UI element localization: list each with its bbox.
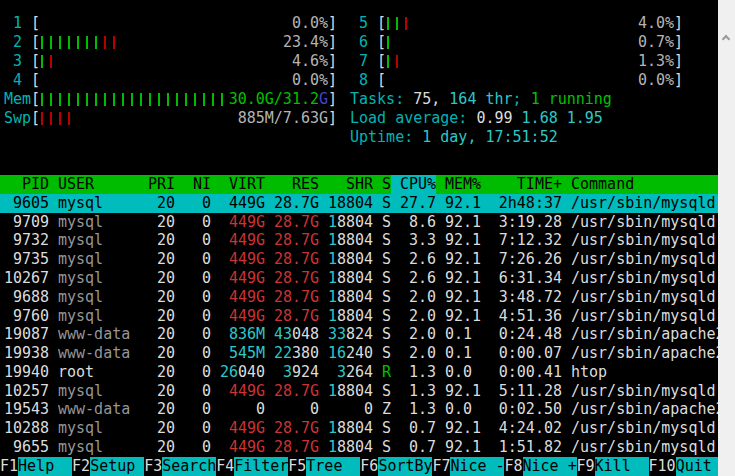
meter-open-bracket: [ xyxy=(31,33,40,52)
fnkey-f3-search[interactable]: F3Search xyxy=(144,457,216,476)
column-header-s[interactable]: S xyxy=(382,175,391,194)
fnkey-number: F4 xyxy=(216,457,234,476)
fnkey-label: Kill xyxy=(595,457,649,476)
process-row-19938[interactable]: 19938www-data200545M2238016240S2.00.10:0… xyxy=(0,344,718,363)
load-average-line: Load average: 0.99 1.68 1.95 xyxy=(350,109,603,128)
cpu3-meter-gauge: 4.6% xyxy=(40,52,328,71)
column-header-pri[interactable]: PRI xyxy=(148,175,175,194)
column-header-mem[interactable]: MEM% xyxy=(445,175,481,194)
meter-open-bracket: [ xyxy=(31,109,40,128)
swap-meter-gauge: 885M/7.63G xyxy=(40,109,328,128)
column-header-res[interactable]: RES xyxy=(274,175,319,194)
cpu7-meter-bars xyxy=(387,55,398,68)
process-table-header: PIDUSERPRINIVIRTRESSHRSCPU%MEM%TIME+Comm… xyxy=(0,175,718,194)
meter-close-bracket: ] xyxy=(328,109,337,128)
cpu3-meter: 3[4.6%] xyxy=(4,52,337,71)
column-header-ni[interactable]: NI xyxy=(184,175,211,194)
meter-close-bracket: ] xyxy=(328,14,337,33)
meter-close-bracket: ] xyxy=(328,52,337,71)
process-row-19087[interactable]: 19087www-data200836M4304833824S2.00.10:2… xyxy=(0,325,718,344)
meter-close-bracket: ] xyxy=(674,71,683,90)
cpu3-meter-bars xyxy=(41,55,52,68)
cpu5-meter-value: 4.0% xyxy=(638,14,674,33)
cpu6-meter-bars xyxy=(387,36,389,49)
fnkey-f8-nice[interactable]: F8Nice + xyxy=(504,457,576,476)
fnkey-f6-sortby[interactable]: F6SortBy xyxy=(360,457,432,476)
fnkey-f7-nice[interactable]: F7Nice - xyxy=(432,457,504,476)
cpu6-meter-value: 0.7% xyxy=(638,33,674,52)
swap-meter: Swp[885M/7.63G] xyxy=(4,109,337,128)
process-row-10267[interactable]: 10267mysql200449G28.7G18804S2.692.16:31.… xyxy=(0,269,718,288)
column-header-time[interactable]: TIME+ xyxy=(490,175,562,194)
cpu8-meter: 8[0.0%] xyxy=(350,71,683,90)
cpu2-meter: 2[23.4%] xyxy=(4,33,337,52)
column-header-pid[interactable]: PID xyxy=(4,175,49,194)
process-row-9735[interactable]: 9735mysql200449G28.7G18804S2.692.17:26.2… xyxy=(0,250,718,269)
column-header-user[interactable]: USER xyxy=(58,175,139,194)
fnkey-label: Help xyxy=(18,457,72,476)
swap-meter-label: Swp xyxy=(4,109,31,128)
fnkey-number: F8 xyxy=(504,457,522,476)
cpu6-meter: 6[0.7%] xyxy=(350,33,683,52)
fnkey-number: F2 xyxy=(72,457,90,476)
cpu5-meter-gauge: 4.0% xyxy=(386,14,674,33)
process-row-19940[interactable]: 19940root2002604039243264R1.30.00:00.41h… xyxy=(0,363,718,382)
cpu1-meter-label: 1 xyxy=(4,14,31,33)
scroll-up-button[interactable] xyxy=(718,14,735,31)
fnkey-label: SortBy xyxy=(378,457,432,476)
summary-area: 1[0.0%]5[4.0%]2[23.4%]6[0.7%]3[4.6%]7[1.… xyxy=(0,14,718,147)
fnkey-f2-setup[interactable]: F2Setup xyxy=(72,457,144,476)
process-row-9655[interactable]: 9655mysql200449G28.7G18804S0.792.11:51.8… xyxy=(0,438,718,457)
process-row-10288[interactable]: 10288mysql200449G28.7G18804S0.792.14:24.… xyxy=(0,419,718,438)
fnkey-f1-help[interactable]: F1Help xyxy=(0,457,72,476)
meter-open-bracket: [ xyxy=(31,90,40,109)
process-row-9709[interactable]: 9709mysql200449G28.7G18804S8.692.13:19.2… xyxy=(0,213,718,232)
meter-open-bracket: [ xyxy=(31,71,40,90)
meter-open-bracket: [ xyxy=(377,71,386,90)
fnkey-number: F1 xyxy=(0,457,18,476)
cpu3-meter-label: 3 xyxy=(4,52,31,71)
fnkey-f4-filter[interactable]: F4Filter xyxy=(216,457,288,476)
process-row-19543[interactable]: 19543www-data200000Z1.30.00:02.50/usr/sb… xyxy=(0,401,718,420)
meter-open-bracket: [ xyxy=(31,14,40,33)
cpu7-meter-value: 1.3% xyxy=(638,52,674,71)
process-row-9760[interactable]: 9760mysql200449G28.7G18804S2.092.14:51.3… xyxy=(0,307,718,326)
tasks-line: Tasks: 75, 164 thr; 1 running xyxy=(350,90,612,109)
meter-open-bracket: [ xyxy=(377,14,386,33)
meter-close-bracket: ] xyxy=(674,33,683,52)
process-row-9688[interactable]: 9688mysql200449G28.7G18804S2.092.13:48.7… xyxy=(0,288,718,307)
process-row-9605[interactable]: 9605mysql200449G28.7G18804S27.792.12h48:… xyxy=(0,194,718,213)
fnkey-f5-tree[interactable]: F5Tree xyxy=(288,457,360,476)
cpu8-meter-label: 8 xyxy=(350,71,377,90)
meter-close-bracket: ] xyxy=(328,90,337,109)
cpu4-meter-value: 0.0% xyxy=(292,71,328,90)
scrollbar[interactable] xyxy=(718,0,735,476)
swap-meter-bars xyxy=(41,112,70,125)
memory-meter-bars xyxy=(41,93,223,106)
column-header-virt[interactable]: VIRT xyxy=(220,175,265,194)
fnkey-f9-kill[interactable]: F9Kill xyxy=(577,457,649,476)
scroll-down-button[interactable] xyxy=(718,455,735,472)
fnkey-number: F5 xyxy=(288,457,306,476)
column-header-shr[interactable]: SHR xyxy=(328,175,373,194)
fnkey-number: F9 xyxy=(577,457,595,476)
memory-meter-value: 30.0G/31.2G xyxy=(229,90,328,109)
cpu7-meter: 7[1.3%] xyxy=(350,52,683,71)
process-row-10257[interactable]: 10257mysql200449G28.7G18804S1.392.15:11.… xyxy=(0,382,718,401)
chevron-up-icon xyxy=(722,35,730,43)
uptime-line: Uptime: 1 day, 17:51:52 xyxy=(350,128,558,147)
cpu2-meter-value: 23.4% xyxy=(283,33,328,52)
column-header-command[interactable]: Command xyxy=(571,175,711,194)
fnkey-label: Nice - xyxy=(450,457,504,476)
cpu4-meter: 4[0.0%] xyxy=(4,71,337,90)
column-header-cpu[interactable]: CPU% xyxy=(400,175,436,194)
cpu5-meter: 5[4.0%] xyxy=(350,14,683,33)
meter-close-bracket: ] xyxy=(674,52,683,71)
meter-close-bracket: ] xyxy=(674,14,683,33)
process-row-9732[interactable]: 9732mysql200449G28.7G18804S3.392.17:12.3… xyxy=(0,232,718,251)
fnkey-label: Nice + xyxy=(523,457,577,476)
cpu6-meter-gauge: 0.7% xyxy=(386,33,674,52)
cpu8-meter-gauge: 0.0% xyxy=(386,71,674,90)
function-key-bar: F1HelpF2SetupF3SearchF4FilterF5TreeF6Sor… xyxy=(0,457,735,476)
cpu8-meter-value: 0.0% xyxy=(638,71,674,90)
